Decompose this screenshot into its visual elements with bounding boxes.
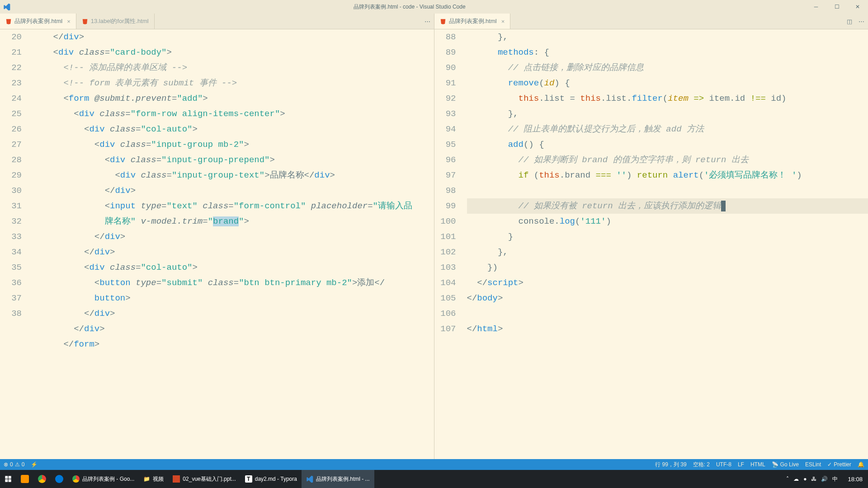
volume-icon[interactable]: 🔊	[821, 476, 828, 482]
taskbar-item-vscode[interactable]: 品牌列表案例.html - ...	[302, 470, 374, 488]
language-mode[interactable]: HTML	[750, 461, 765, 468]
tab-label: 品牌列表案例.html	[449, 17, 497, 25]
line-numbers-right: 8889909192939495969798991001011021031041…	[434, 29, 465, 459]
taskbar-item-typora[interactable]: T day2.md - Typora	[241, 470, 302, 488]
typora-icon: T	[245, 475, 252, 483]
go-live[interactable]: 📡Go Live	[772, 461, 799, 468]
editor-pane-left[interactable]: 20212223242526272829303132333435363738 <…	[0, 29, 434, 459]
svg-rect-0	[5, 476, 8, 479]
errors-count[interactable]: ⊗ 0 ⚠ 0	[4, 461, 24, 468]
indentation[interactable]: 空格: 2	[693, 461, 710, 469]
vscode-icon	[0, 3, 14, 10]
tab-label: 13.label的for属性.html	[91, 17, 149, 25]
prettier[interactable]: ✓Prettier	[827, 461, 851, 468]
line-numbers-left: 20212223242526272829303132333435363738	[0, 29, 31, 459]
folder-icon: 📁	[143, 476, 150, 482]
tab-right-0[interactable]: 品牌列表案例.html ×	[434, 14, 511, 29]
network-icon[interactable]: 🖧	[811, 476, 816, 482]
taskbar-item-ppt[interactable]: 02_vue基础入门.ppt...	[168, 470, 240, 488]
editor-area: 20212223242526272829303132333435363738 <…	[0, 29, 868, 459]
tab-bar: 品牌列表案例.html × 13.label的for属性.html ⋯ 品牌列表…	[0, 14, 868, 29]
maximize-button[interactable]: ☐	[826, 0, 847, 14]
onedrive-icon[interactable]: ●	[803, 476, 807, 482]
minimap[interactable]	[860, 29, 862, 459]
start-button[interactable]	[0, 470, 16, 488]
svg-rect-3	[9, 479, 11, 482]
code-right[interactable]: }, methods: { // 点击链接，删除对应的品牌信息 remove(i…	[465, 29, 868, 459]
close-icon[interactable]: ×	[67, 18, 71, 25]
taskbar-app-edge[interactable]	[51, 470, 68, 488]
check-icon: ✓	[827, 461, 832, 468]
powerpoint-icon	[173, 475, 180, 483]
tab-left-1[interactable]: 13.label的for属性.html	[76, 14, 155, 29]
warning-icon: ⚠	[15, 461, 20, 468]
chevron-up-icon[interactable]: ˄	[786, 476, 789, 482]
close-button[interactable]: ✕	[847, 0, 868, 14]
port-icon[interactable]: ⚡	[31, 461, 38, 468]
tab-left-0[interactable]: 品牌列表案例.html ×	[0, 14, 76, 29]
svg-rect-2	[5, 479, 8, 482]
cloud-icon[interactable]: ☁	[793, 476, 799, 482]
system-tray[interactable]: ˄ ☁ ● 🖧 🔊 中	[782, 475, 842, 483]
cursor-position[interactable]: 行 99，列 39	[655, 461, 686, 469]
notifications-icon[interactable]: 🔔	[858, 461, 864, 468]
title-bar: 品牌列表案例.html - code - Visual Studio Code …	[0, 0, 868, 14]
html-file-icon	[440, 18, 446, 24]
vscode-icon	[306, 475, 313, 483]
editor-pane-right[interactable]: 8889909192939495969798991001011021031041…	[434, 29, 868, 459]
minimize-button[interactable]: ─	[806, 0, 826, 14]
error-icon: ⊗	[4, 461, 8, 468]
windows-taskbar: 品牌列表案例 - Goo... 📁 视频 02_vue基础入门.ppt... T…	[0, 470, 868, 488]
taskbar-item-folder[interactable]: 📁 视频	[139, 470, 168, 488]
taskbar-clock[interactable]: 18:08	[842, 476, 868, 483]
eslint[interactable]: ESLint	[805, 461, 821, 468]
html-file-icon	[82, 18, 88, 24]
split-icon[interactable]: ◫	[847, 18, 852, 25]
eol[interactable]: LF	[738, 461, 744, 468]
encoding[interactable]: UTF-8	[716, 461, 731, 468]
html-file-icon	[5, 18, 12, 24]
window-title: 品牌列表案例.html - code - Visual Studio Code	[14, 3, 806, 11]
taskbar-item-chrome[interactable]: 品牌列表案例 - Goo...	[68, 470, 139, 488]
taskbar-app-chrome[interactable]	[33, 470, 51, 488]
svg-rect-1	[9, 476, 11, 479]
more-icon[interactable]: ⋯	[859, 18, 864, 25]
taskbar-app-finder[interactable]	[16, 470, 33, 488]
ime-icon[interactable]: 中	[832, 475, 838, 483]
code-left[interactable]: </div> <div class="card-body"> <!-- 添加品牌…	[31, 29, 434, 459]
close-icon[interactable]: ×	[501, 18, 505, 25]
status-bar: ⊗ 0 ⚠ 0 ⚡ 行 99，列 39 空格: 2 UTF-8 LF HTML …	[0, 459, 868, 470]
broadcast-icon: 📡	[772, 461, 778, 468]
more-icon[interactable]: ⋯	[425, 18, 430, 25]
tab-label: 品牌列表案例.html	[14, 17, 62, 25]
